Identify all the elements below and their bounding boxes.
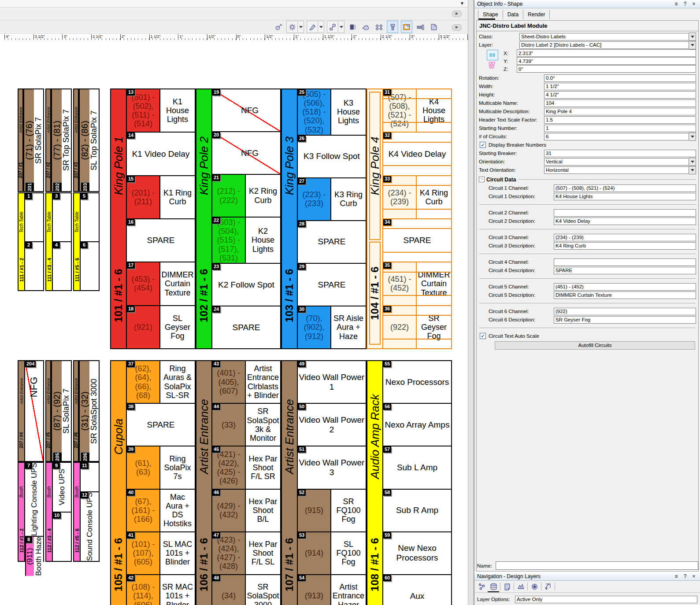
empty-cell[interactable] [25, 193, 43, 241]
close-icon[interactable]: × [690, 1, 697, 7]
empty-cell[interactable] [53, 242, 71, 290]
description-cell[interactable]: K3 Ring Curb [331, 178, 366, 220]
description-cell[interactable]: K2 House Lights [246, 218, 280, 263]
circuit-row[interactable]: 32K4 Video Delay [383, 132, 451, 175]
field-multicable-name[interactable]: 104 [544, 100, 696, 107]
channel-cell[interactable]: (201) - (211) [127, 176, 160, 218]
field-circuit-5-description[interactable]: DIMMER Curtain Texture [554, 291, 696, 299]
module-artist-entrance[interactable]: Artist Entrance107 / #1 - 649Video Wall … [281, 360, 367, 605]
ups-label-strip[interactable]: Tech Table111 / #1 - 212 [18, 192, 44, 291]
description-cell[interactable]: K4 Video Delay [383, 133, 451, 175]
circuit-row[interactable]: 44(33)SR SolaSpot 3k & Monitor [212, 403, 280, 446]
circuit-row[interactable]: 23K2 Follow Spot [212, 263, 280, 306]
visibility-icon[interactable] [530, 582, 539, 591]
circuit-row[interactable]: 58Sub R Amp [383, 489, 451, 531]
object-info-titlebar[interactable]: Object Info - Shape ≡ ? × [474, 0, 700, 8]
description-cell[interactable]: Sub L Amp [383, 446, 451, 488]
field-orientation[interactable]: Vertical [544, 158, 689, 166]
channel-cell[interactable]: (401) - (405), (607) [212, 361, 246, 403]
channel-cell[interactable]: (453) - (454) [127, 262, 160, 305]
description-cell[interactable]: Video Wall Power 3 [298, 446, 366, 488]
design-layers-icon[interactable] [489, 582, 498, 591]
pole-strip[interactable]: King Pole 4104 / #1 - 6 [367, 89, 383, 348]
description-cell[interactable]: Ring SolaPix 7s [160, 446, 195, 488]
circuit-row[interactable]: 22(503) - (504), (515) - (517), (531)K2 … [212, 217, 280, 263]
measure-tool[interactable] [415, 21, 426, 33]
description-cell[interactable]: Hex Par Shoot B/L [246, 490, 280, 531]
channel-cell[interactable]: 201(71) - (76) [23, 89, 34, 191]
field-of-circuits[interactable]: 6 [544, 133, 689, 140]
circuit-row[interactable]: 25(505) - (506), (518) - (520), (532)K3 … [298, 89, 366, 135]
description-cell[interactable]: Video Wall Power 1 [298, 361, 366, 403]
circuit-row[interactable]: 50Video Wall Power 2 [298, 403, 366, 446]
circuit-row[interactable]: 35(451) - (452)DIMMER Curtain Texture [383, 262, 451, 305]
description-cell[interactable]: K4 Ring Curb [417, 176, 451, 218]
dropdown-arrow-icon[interactable] [689, 166, 696, 174]
ups-label-strip[interactable]: Tech Table111 / #3 - 434 [45, 192, 72, 291]
field-circuit-4-description[interactable]: SPARE [554, 267, 696, 274]
description-cell[interactable]: K2 Ring Curb [246, 175, 280, 217]
description-cell[interactable]: Artist Entrance Clrblasts + Blinder [246, 361, 280, 403]
description-cell[interactable]: Lighting Console UPS [25, 463, 43, 536]
field-height[interactable]: 4 1/2" [544, 91, 696, 99]
channel-cell[interactable]: (921) [127, 306, 160, 348]
x-coordinate-field[interactable]: 2.313" [517, 49, 696, 57]
description-cell[interactable]: Sound Console UPS [81, 492, 99, 561]
field-text-orientation[interactable]: Horizontal [544, 166, 689, 174]
field-circuit-2-channel[interactable] [554, 209, 696, 217]
module-king-pole-3[interactable]: King Pole 3103 / #1 - 625(505) - (506), … [281, 89, 367, 349]
channel-cell[interactable]: (70), (902), (912) [298, 306, 331, 348]
circuit-row[interactable]: 34SPARE [383, 218, 451, 262]
field-circuit-1-description[interactable]: K4 House Lights [554, 193, 696, 200]
field-circuit-6-channel[interactable]: (922) [554, 308, 696, 315]
circuit-row[interactable]: 42(108) - (114), (606)SR MAC 101s + Blnd… [127, 574, 195, 605]
description-cell[interactable]: Nexo Array Amps [383, 404, 451, 446]
description-cell[interactable]: K1 Ring Curb [160, 176, 195, 218]
empty-cell[interactable] [53, 193, 71, 241]
y-coordinate-field[interactable]: 4.739" [517, 57, 696, 65]
description-cell[interactable]: NFG [212, 132, 280, 174]
circuit-row[interactable]: 40(67), (161) - (166)Mac Aura + DS Hotst… [127, 489, 195, 531]
channel-cell[interactable]: (223) - (233) [298, 178, 331, 220]
description-cell[interactable]: SPARE [127, 219, 195, 262]
ups-cell[interactable]: 12Sound Console UPS [81, 492, 99, 561]
description-cell[interactable]: SR SolaPix 7 [34, 89, 43, 191]
description-cell[interactable]: SL FQ100 Fog [331, 532, 366, 574]
circuit-row[interactable]: 46(429) - (432)Hex Par Shoot B/L [212, 489, 280, 531]
page-tool[interactable] [428, 21, 439, 33]
channel-cell[interactable]: (451) - (452) [383, 262, 417, 305]
circuit-row[interactable]: 56Nexo Array Amps [383, 403, 451, 446]
tab-render[interactable]: Render [523, 10, 550, 19]
empty-cell[interactable] [81, 193, 99, 241]
module-artist-entrance[interactable]: Artist Entrance106 / #1 - 643(401) - (40… [196, 360, 281, 605]
circuit-row[interactable]: 38SPARE [127, 403, 195, 446]
dropdown-arrow-icon[interactable] [689, 33, 696, 41]
description-cell[interactable]: NFG [212, 89, 280, 131]
brush-tool[interactable] [307, 21, 324, 33]
tab-data[interactable]: Data [503, 10, 523, 19]
description-cell[interactable]: K2 Follow Spot [212, 264, 280, 306]
layer-options-dropdown[interactable]: Active Only [515, 596, 697, 603]
channel-cell[interactable]: (501) - (502), (511) - (514) [127, 89, 160, 132]
pole-strip[interactable]: Artist Entrance106 / #1 - 6 [196, 361, 212, 605]
circuit-row[interactable]: 57Sub L Amp [383, 446, 451, 488]
description-cell[interactable]: Hex Par Shoot F/L SR [246, 446, 280, 488]
channel-cell[interactable]: (212) - (222) [212, 175, 246, 217]
pole-strip[interactable]: Cupola105 / #1 - 6 [111, 361, 127, 605]
help-icon[interactable]: ? [681, 1, 689, 7]
description-cell[interactable]: Artist Entrance Hazer [331, 575, 366, 605]
circuit-row[interactable]: 30(70), (902), (912)SR Aisle Aura + Haze [298, 306, 366, 348]
ups-label-strip[interactable]: Tech Table111 / #5 - 656 [73, 192, 100, 291]
description-cell[interactable]: SR Top SolaPix 7 [62, 89, 71, 191]
zoom-hammer-tool[interactable] [273, 21, 284, 33]
sheet-layers-icon[interactable] [502, 582, 512, 591]
field-header-text-scale-factor[interactable]: 1.5 [544, 116, 696, 124]
circuit-row[interactable]: 16SPARE [127, 218, 195, 262]
field-class[interactable]: Sheet-Distro Labels [519, 33, 689, 41]
channel-cell[interactable]: (429) - (432) [212, 490, 246, 531]
description-cell[interactable]: Ring Auras & SolaPix SL-SR [160, 361, 195, 403]
pole-strip[interactable]: King Pole 3103 / #1 - 6 [282, 89, 298, 348]
distro-label-strip[interactable]: Artist Entrance207 / #6206(31) - (32)SR … [73, 360, 100, 462]
channel-cell[interactable]: (101) - (107), (605) [127, 532, 160, 574]
dropdown-arrow-icon[interactable] [338, 22, 344, 32]
